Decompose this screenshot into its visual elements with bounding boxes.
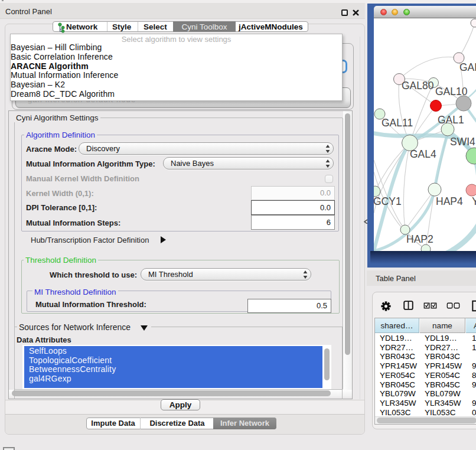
svg-text:GAL80: GAL80 (402, 80, 434, 92)
svg-text:HAP2: HAP2 (406, 233, 433, 245)
svg-text:GCY1: GCY1 (374, 195, 402, 207)
svg-text:HAP4: HAP4 (436, 195, 463, 207)
svg-text:GAL1: GAL1 (438, 114, 464, 126)
svg-text:GAL11: GAL11 (382, 117, 413, 129)
svg-text:GAL7: GAL7 (459, 61, 476, 73)
svg-text:GAL4: GAL4 (410, 148, 436, 160)
svg-text:GAL10: GAL10 (435, 86, 468, 97)
svg-text:Y: Y (472, 195, 476, 207)
svg-text:SWI4: SWI4 (450, 136, 475, 148)
